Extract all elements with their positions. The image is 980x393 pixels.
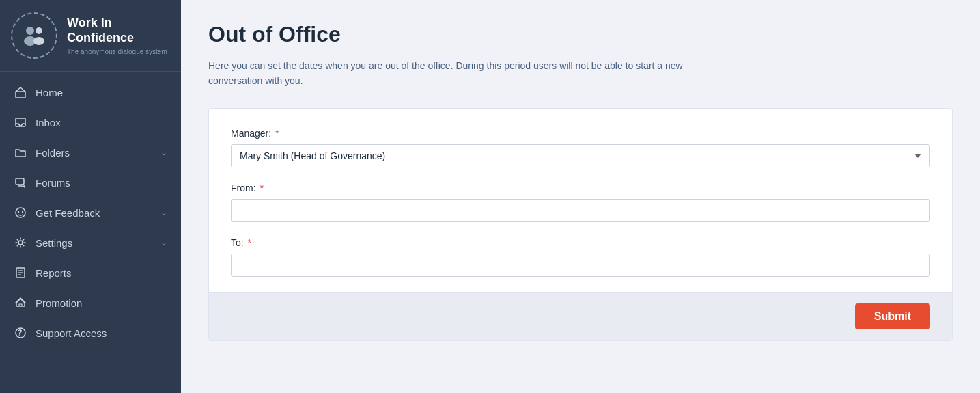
chevron-down-icon: ⌄	[160, 148, 167, 157]
sidebar-item-promotion[interactable]: Promotion	[0, 288, 181, 318]
page-title: Out of Office	[208, 22, 953, 47]
folders-icon	[14, 146, 27, 159]
to-required-star: *	[248, 237, 251, 248]
form-footer: Submit	[209, 292, 952, 340]
manager-required-star: *	[275, 128, 279, 139]
form-card: Manager: * Mary Smith (Head of Governanc…	[208, 108, 953, 341]
forums-icon	[14, 176, 27, 189]
logo-area: Work InConfidence The anonymous dialogue…	[0, 0, 181, 72]
svg-point-0	[26, 27, 34, 35]
sidebar-item-home[interactable]: Home	[0, 77, 181, 107]
chevron-down-icon-settings: ⌄	[160, 238, 167, 247]
from-group: From: *	[231, 182, 930, 222]
manager-label: Manager: *	[231, 128, 930, 139]
sidebar-item-label-get-feedback: Get Feedback	[36, 207, 152, 219]
to-group: To: *	[231, 237, 930, 277]
svg-rect-5	[16, 118, 25, 126]
svg-point-2	[36, 27, 42, 34]
sidebar-nav: Home Inbox Folders ⌄ Forums	[0, 72, 181, 393]
settings-icon	[14, 236, 27, 249]
logo-title: Work InConfidence	[67, 16, 167, 45]
manager-select[interactable]: Mary Smith (Head of Governance)	[231, 144, 930, 167]
svg-point-3	[33, 37, 44, 45]
from-input[interactable]	[231, 199, 930, 222]
sidebar-item-label-folders: Folders	[36, 147, 152, 159]
reports-icon	[14, 266, 27, 280]
logo-icon	[11, 12, 57, 59]
sidebar-item-label-inbox: Inbox	[36, 117, 167, 128]
svg-point-9	[22, 211, 23, 213]
sidebar-item-inbox[interactable]: Inbox	[0, 107, 181, 137]
sidebar-item-label-home: Home	[36, 87, 167, 98]
from-label: From: *	[231, 182, 930, 193]
sidebar-item-settings[interactable]: Settings ⌄	[0, 228, 181, 258]
svg-point-7	[16, 208, 25, 217]
to-input[interactable]	[231, 254, 930, 277]
manager-group: Manager: * Mary Smith (Head of Governanc…	[231, 128, 930, 167]
promotion-icon	[14, 296, 27, 310]
sidebar-item-folders[interactable]: Folders ⌄	[0, 137, 181, 167]
support-icon	[14, 326, 27, 340]
submit-button[interactable]: Submit	[855, 303, 930, 329]
sidebar-item-label-reports: Reports	[36, 267, 167, 279]
main-content: Out of Office Here you can set the dates…	[181, 0, 980, 393]
sidebar-item-reports[interactable]: Reports	[0, 258, 181, 288]
svg-rect-6	[16, 178, 24, 185]
sidebar: Work InConfidence The anonymous dialogue…	[0, 0, 181, 393]
logo-subtitle: The anonymous dialogue system	[67, 48, 167, 55]
logo-text: Work InConfidence The anonymous dialogue…	[67, 16, 167, 55]
inbox-icon	[14, 116, 27, 129]
sidebar-item-forums[interactable]: Forums	[0, 167, 181, 198]
sidebar-item-label-support-access: Support Access	[36, 327, 167, 339]
to-label: To: *	[231, 237, 930, 248]
feedback-icon	[14, 206, 27, 219]
page-description: Here you can set the dates when you are …	[208, 58, 727, 89]
sidebar-item-get-feedback[interactable]: Get Feedback ⌄	[0, 198, 181, 228]
sidebar-item-label-settings: Settings	[36, 237, 152, 249]
chevron-down-icon-feedback: ⌄	[160, 208, 167, 217]
sidebar-item-label-forums: Forums	[36, 177, 167, 189]
svg-rect-4	[16, 92, 25, 98]
home-icon	[14, 85, 27, 99]
sidebar-item-support-access[interactable]: Support Access	[0, 318, 181, 348]
svg-point-10	[18, 241, 23, 245]
sidebar-item-label-promotion: Promotion	[36, 297, 167, 309]
from-required-star: *	[260, 182, 263, 193]
svg-point-8	[18, 211, 19, 213]
svg-point-16	[19, 335, 20, 336]
